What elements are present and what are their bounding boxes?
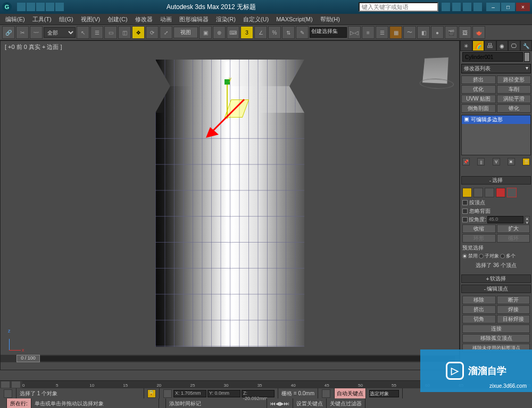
gizmo-plane-icon[interactable] bbox=[225, 99, 249, 118]
graphite-icon[interactable]: ▦ bbox=[389, 26, 402, 39]
btn-chamfer[interactable]: 切角 bbox=[462, 315, 496, 323]
time-tag-icon[interactable] bbox=[322, 389, 330, 398]
angle-snap-icon[interactable]: ∠ bbox=[254, 26, 267, 39]
selection-filter-dropdown[interactable]: 全部 bbox=[44, 27, 76, 38]
time-slider-marker[interactable]: 0 / 100 bbox=[16, 355, 40, 362]
btn-optimize[interactable]: 优化 bbox=[461, 85, 496, 94]
by-angle-spinner[interactable]: 45.0 bbox=[487, 216, 523, 223]
qat-open-icon[interactable] bbox=[27, 3, 35, 11]
stack-item-editable-poly[interactable]: ▣ 可编辑多边形 bbox=[462, 115, 530, 124]
help-search-input[interactable] bbox=[359, 2, 438, 12]
coord-z-input[interactable]: Z: -20.092mm bbox=[242, 390, 275, 397]
btn-bevel-profile[interactable]: 倒角剖面 bbox=[461, 104, 496, 113]
trackbar-key-icon[interactable] bbox=[12, 381, 20, 388]
link-icon[interactable]: 🔗 bbox=[2, 26, 15, 39]
menu-tools[interactable]: 工具(T) bbox=[29, 14, 55, 24]
move-gizmo[interactable]: y bbox=[227, 84, 269, 126]
modifier-list-dropdown[interactable]: 修改器列表▾ bbox=[461, 64, 531, 73]
remove-modifier-icon[interactable]: ✖ bbox=[508, 158, 515, 165]
move-icon[interactable]: ✥ bbox=[132, 26, 145, 39]
coord-x-input[interactable]: X: 1.705mm bbox=[173, 390, 206, 397]
menu-maxscript[interactable]: MAXScript(M) bbox=[273, 15, 315, 23]
playback-prev-icon[interactable]: ◀ bbox=[276, 401, 280, 406]
key-filter-dropdown[interactable]: 选定对象 bbox=[369, 390, 399, 397]
menu-group[interactable]: 组(G) bbox=[56, 14, 77, 24]
set-key-button[interactable]: 设置关键点 bbox=[293, 398, 327, 408]
playback-start-icon[interactable]: ⏮ bbox=[270, 401, 276, 406]
rollout-softselection-header[interactable]: 软选择 bbox=[461, 274, 531, 283]
btn-turbosmooth[interactable]: 涡轮平滑 bbox=[497, 95, 531, 103]
render-setup-icon[interactable]: 🎬 bbox=[445, 26, 458, 39]
menu-render[interactable]: 渲染(R) bbox=[213, 14, 239, 24]
tab-modify[interactable]: 🌈 bbox=[472, 40, 485, 51]
key-filters-button[interactable]: 关键点过滤器 bbox=[327, 398, 365, 408]
radio-multi[interactable] bbox=[500, 254, 505, 259]
modifier-stack[interactable]: ▣ 可编辑多边形 bbox=[461, 115, 531, 155]
btn-break[interactable]: 断开 bbox=[497, 296, 530, 304]
mirror-icon[interactable]: ▷◁ bbox=[348, 26, 361, 39]
schematic-view-icon[interactable]: ◧ bbox=[417, 26, 430, 39]
tab-motion-icon[interactable]: ◉ bbox=[496, 40, 509, 51]
help-lookup-icon[interactable] bbox=[442, 3, 450, 11]
align-icon[interactable]: ≡ bbox=[362, 26, 375, 39]
rollout-selection-header[interactable]: 选择 bbox=[461, 176, 531, 185]
btn-taper[interactable]: 锥化 bbox=[497, 104, 531, 113]
ref-coord-dropdown[interactable]: 视图 bbox=[173, 27, 198, 38]
coord-y-input[interactable]: Y: 0.0mm bbox=[207, 390, 240, 397]
exchange-icon[interactable] bbox=[452, 3, 461, 11]
snap-toggle-icon[interactable]: 3 bbox=[240, 26, 253, 39]
checkbox-icon[interactable] bbox=[462, 217, 468, 222]
select-icon[interactable]: ↖ bbox=[77, 26, 89, 39]
btn-uvw-map[interactable]: UVW 贴图 bbox=[461, 95, 496, 103]
menu-help[interactable]: 帮助(H) bbox=[317, 14, 343, 24]
render-production-icon[interactable]: 🫖 bbox=[472, 26, 485, 39]
scale-icon[interactable]: ⤢ bbox=[160, 26, 172, 39]
btn-target-weld[interactable]: 目标焊接 bbox=[497, 315, 530, 323]
menu-edit[interactable]: 编辑(E) bbox=[2, 14, 28, 24]
tab-hierarchy-icon[interactable]: 品 bbox=[484, 40, 496, 51]
btn-grow[interactable]: 扩大 bbox=[497, 224, 530, 233]
menu-view[interactable]: 视图(V) bbox=[78, 14, 104, 24]
pin-stack-icon[interactable]: 📌 bbox=[462, 158, 470, 165]
material-editor-icon[interactable]: ● bbox=[431, 26, 444, 39]
close-button[interactable]: × bbox=[516, 3, 530, 11]
tab-utilities-icon[interactable]: 🔧 bbox=[520, 40, 533, 51]
rotate-icon[interactable]: ⟳ bbox=[146, 26, 159, 39]
subobj-polygon-icon[interactable] bbox=[496, 188, 505, 197]
menu-animation[interactable]: 动画 bbox=[157, 14, 175, 24]
menu-modifiers[interactable]: 修改器 bbox=[132, 14, 156, 24]
make-unique-icon[interactable]: ∀ bbox=[493, 158, 500, 165]
btn-path-deform[interactable]: 路径变形 bbox=[497, 76, 531, 84]
keyboard-shortcut-icon[interactable]: ⌨ bbox=[227, 26, 239, 39]
layers-icon[interactable]: ☰ bbox=[376, 26, 388, 39]
spinner-snap-icon[interactable]: ⇅ bbox=[282, 26, 295, 39]
menu-customize[interactable]: 自定义(U) bbox=[240, 14, 272, 24]
btn-extrude[interactable]: 挤出 bbox=[461, 76, 496, 84]
auto-key-button[interactable]: 自动关键点 bbox=[335, 388, 366, 398]
playback-play-icon[interactable]: ▶ bbox=[280, 401, 284, 406]
unlink-icon[interactable]: ✂ bbox=[16, 26, 29, 39]
minimize-button[interactable]: – bbox=[486, 3, 500, 11]
qat-new-icon[interactable] bbox=[17, 3, 26, 11]
qat-save-icon[interactable] bbox=[36, 3, 45, 11]
trackbar-curve-icon[interactable] bbox=[1, 381, 10, 388]
named-selection-dropdown[interactable]: 创建选择集 bbox=[310, 27, 347, 38]
btn-extrude-vert[interactable]: 挤出 bbox=[462, 305, 496, 314]
abs-rel-icon[interactable] bbox=[163, 389, 172, 398]
btn-remove[interactable]: 移除 bbox=[462, 296, 496, 304]
configure-sets-icon[interactable]: ☰ bbox=[522, 158, 530, 165]
use-pivot-icon[interactable]: ▣ bbox=[199, 26, 212, 39]
percent-snap-icon[interactable]: % bbox=[268, 26, 281, 39]
btn-remove-isolated[interactable]: 移除孤立顶点 bbox=[462, 334, 530, 343]
manipulate-icon[interactable]: ⊕ bbox=[213, 26, 226, 39]
help-icon[interactable] bbox=[473, 3, 482, 11]
status-icon[interactable] bbox=[4, 389, 12, 398]
select-region-icon[interactable]: ▭ bbox=[104, 26, 117, 39]
lock-selection-icon[interactable]: 🔒 bbox=[147, 389, 156, 398]
viewport-label[interactable]: [ +0 前 0 真实 + 边面 ] bbox=[5, 43, 62, 51]
window-crossing-icon[interactable]: ◫ bbox=[118, 26, 131, 39]
chk-ignore-backfacing[interactable]: 忽略背面 bbox=[462, 207, 530, 215]
bind-spacewarp-icon[interactable]: 〰 bbox=[30, 26, 43, 39]
subobj-border-icon[interactable] bbox=[485, 188, 494, 197]
chk-by-vertex[interactable]: 按顶点 bbox=[462, 199, 530, 206]
